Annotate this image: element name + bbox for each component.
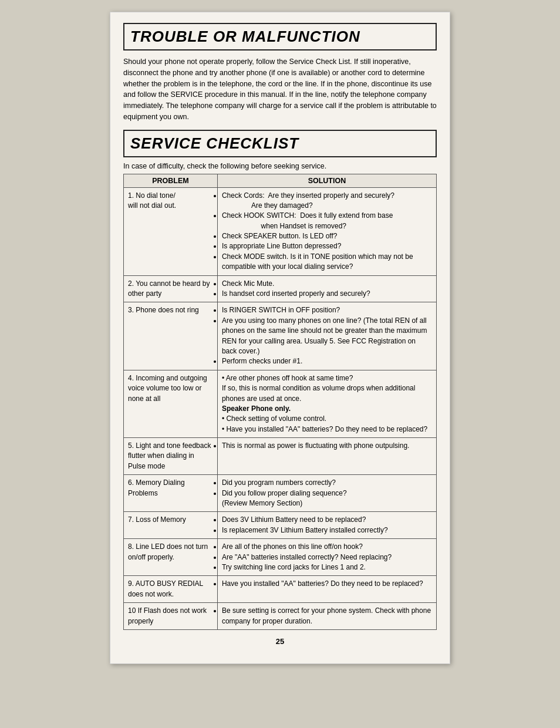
solution-cell: Check Mic Mute.Is handset cord inserted … — [217, 275, 436, 302]
problem-cell: 3. Phone does not ring — [124, 302, 218, 370]
problem-cell: 5. Light and tone feedback flutter when … — [124, 438, 218, 475]
problem-cell: 1. No dial tone/ will not dial out. — [124, 187, 218, 275]
table-row: 5. Light and tone feedback flutter when … — [124, 438, 437, 475]
table-row: 10 If Flash does not work properlyBe sur… — [124, 603, 437, 630]
checklist-title: SERVICE CHECKLIST — [123, 130, 437, 157]
problem-cell: 8. Line LED does not turn on/off properl… — [124, 539, 218, 576]
solution-cell: Check Cords: Are they inserted properly … — [217, 187, 436, 275]
problem-cell: 10 If Flash does not work properly — [124, 603, 218, 630]
solution-cell: Are all of the phones on this line off/o… — [217, 539, 436, 576]
trouble-title: TROUBLE OR MALFUNCTION — [123, 23, 437, 50]
solution-cell: Is RINGER SWITCH in OFF position?Are you… — [217, 302, 436, 370]
table-row: 6. Memory Dialing ProblemsDid you progra… — [124, 475, 437, 512]
trouble-intro: Should your phone not operate properly, … — [123, 56, 437, 123]
checklist-intro: In case of difficulty, check the followi… — [123, 162, 437, 170]
solution-cell: This is normal as power is fluctuating w… — [217, 438, 436, 475]
table-row: 2. You cannot be heard by other partyChe… — [124, 275, 437, 302]
page-number: 25 — [123, 637, 437, 646]
solution-cell: Did you program numbers correctly?Did yo… — [217, 475, 436, 512]
problem-cell: 2. You cannot be heard by other party — [124, 275, 218, 302]
solution-cell: • Are other phones off hook at same time… — [217, 370, 436, 437]
service-checklist-table: PROBLEM SOLUTION 1. No dial tone/ will n… — [123, 174, 437, 630]
problem-cell: 9. AUTO BUSY REDIAL does not work. — [124, 576, 218, 603]
solution-cell: Have you installed "AA" batteries? Do th… — [217, 576, 436, 603]
problem-cell: 6. Memory Dialing Problems — [124, 475, 218, 512]
page: TROUBLE OR MALFUNCTION Should your phone… — [110, 12, 450, 664]
solution-cell: Does 3V Lithium Battery need to be repla… — [217, 512, 436, 539]
solution-header: SOLUTION — [217, 174, 436, 187]
table-row: 3. Phone does not ringIs RINGER SWITCH i… — [124, 302, 437, 370]
table-row: 1. No dial tone/ will not dial out.Check… — [124, 187, 437, 275]
table-row: 8. Line LED does not turn on/off properl… — [124, 539, 437, 576]
solution-cell: Be sure setting is correct for your phon… — [217, 603, 436, 630]
table-row: 9. AUTO BUSY REDIAL does not work.Have y… — [124, 576, 437, 603]
problem-cell: 7. Loss of Memory — [124, 512, 218, 539]
problem-header: PROBLEM — [124, 174, 218, 187]
problem-cell: 4. Incoming and outgoing voice volume to… — [124, 370, 218, 437]
table-row: 4. Incoming and outgoing voice volume to… — [124, 370, 437, 437]
table-row: 7. Loss of MemoryDoes 3V Lithium Battery… — [124, 512, 437, 539]
